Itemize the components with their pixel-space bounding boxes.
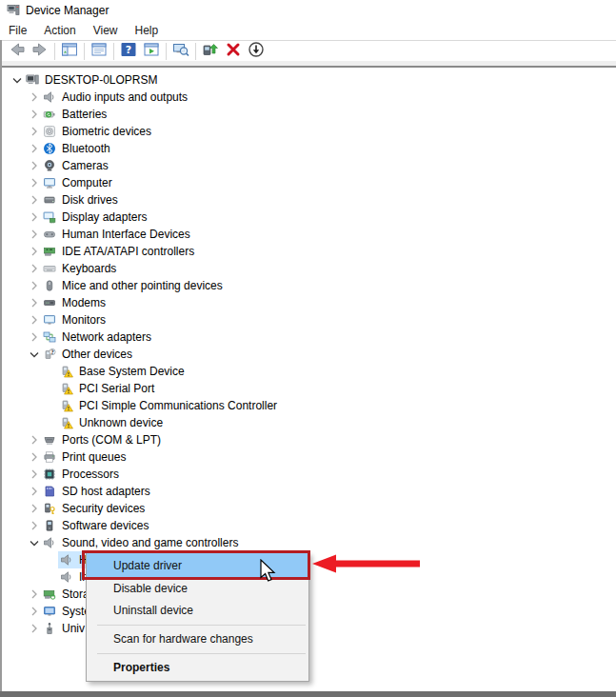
chevron-down-icon[interactable]: [26, 535, 43, 550]
chevron-right-icon[interactable]: [26, 587, 43, 602]
tree-item-label: Security devices: [62, 502, 145, 515]
chevron-right-icon[interactable]: [26, 295, 43, 310]
tree-item-print-queues[interactable]: Print queues: [2, 448, 616, 466]
tree-item-modems[interactable]: Modems: [2, 294, 616, 311]
tree-item-batteries[interactable]: Batteries: [2, 106, 616, 123]
tree-item-keyboards[interactable]: Keyboards: [2, 260, 616, 277]
chevron-right-icon[interactable]: [26, 501, 43, 516]
chevron-right-icon[interactable]: [26, 467, 43, 482]
chevron-right-icon[interactable]: [26, 278, 43, 293]
speaker-icon: [43, 536, 58, 549]
chevron-right-icon[interactable]: [26, 604, 43, 619]
chevron-right-icon[interactable]: [26, 621, 43, 636]
tree-item-sound-video-and-game-controllers[interactable]: Sound, video and game controllers: [2, 534, 616, 551]
tree-item-unknown-device[interactable]: Unknown device: [2, 414, 616, 431]
speaker-icon: [43, 90, 58, 104]
warning-device-icon: [60, 365, 75, 378]
scan-for-hardware-changes-button[interactable]: [169, 42, 192, 61]
title-bar: Device Manager: [0, 0, 616, 20]
uninstall-device-button[interactable]: [222, 42, 245, 61]
tree-item-ports-com-lpt[interactable]: Ports (COM & LPT): [2, 431, 616, 448]
tree-item-label: PCI Serial Port: [79, 382, 154, 395]
chevron-right-icon[interactable]: [26, 484, 43, 499]
tree-item-mice-and-other-pointing-devices[interactable]: Mice and other pointing devices: [2, 277, 616, 294]
tree-item-label: Bluetooth: [62, 142, 110, 155]
context-menu-item-properties[interactable]: Properties: [87, 657, 308, 679]
tree-item-software-devices[interactable]: Software devices: [2, 517, 616, 534]
keyboard-icon: [43, 262, 58, 275]
tree-item-label: Keyboards: [62, 262, 116, 275]
toolbar-separator: [113, 43, 114, 60]
chevron-right-icon[interactable]: [26, 261, 43, 276]
update-driver-button[interactable]: [199, 42, 222, 61]
usb-icon: [43, 622, 58, 635]
tree-item-network-adapters[interactable]: Network adapters: [2, 329, 616, 346]
tree-item-sd-host-adapters[interactable]: SD host adapters: [2, 483, 616, 500]
chevron-right-icon[interactable]: [26, 449, 43, 465]
chevron-right-icon[interactable]: [26, 312, 43, 328]
tree-item-cameras[interactable]: Cameras: [2, 157, 616, 174]
show-console-tree-button[interactable]: [58, 42, 81, 61]
tree-item-label: Print queues: [62, 450, 126, 464]
tree-item-label: PCI Simple Communications Controller: [79, 399, 277, 412]
security-icon: [43, 502, 58, 515]
tree-item-processors[interactable]: Processors: [2, 466, 616, 483]
chevron-right-icon[interactable]: [26, 175, 43, 190]
tree-item-label: Audio inputs and outputs: [62, 90, 188, 104]
toolbar-separator: [84, 43, 85, 60]
speaker-icon: [60, 553, 75, 567]
chevron-right-icon[interactable]: [26, 90, 43, 105]
chevron-right-icon[interactable]: [26, 124, 43, 139]
chevron-right-icon[interactable]: [26, 158, 43, 173]
chevron-spacer: [43, 381, 60, 396]
update-driver-icon: [202, 41, 219, 61]
chevron-right-icon[interactable]: [26, 227, 43, 242]
tree-item-ide-ata-atapi-controllers[interactable]: IDE ATA/ATAPI controllers: [2, 243, 616, 260]
help-button[interactable]: ?: [117, 42, 140, 61]
tree-item-computer[interactable]: Computer: [2, 174, 616, 191]
tree-item-base-system-device[interactable]: Base System Device: [2, 363, 616, 380]
context-menu-item-update-driver[interactable]: Update driver: [87, 553, 308, 578]
tree-item-label: Computer: [62, 176, 112, 189]
disable-device-button[interactable]: [245, 42, 268, 61]
menu-help[interactable]: Help: [127, 22, 168, 39]
tree-item-label: Mice and other pointing devices: [62, 279, 223, 292]
tree-item-security-devices[interactable]: Security devices: [2, 500, 616, 517]
menu-view[interactable]: View: [85, 22, 127, 39]
context-menu-item-uninstall-device[interactable]: Uninstall device: [87, 600, 308, 622]
chevron-right-icon[interactable]: [26, 432, 43, 448]
tree-item-display-adapters[interactable]: Display adapters: [2, 209, 616, 226]
chevron-down-icon[interactable]: [9, 72, 26, 88]
chevron-right-icon[interactable]: [26, 244, 43, 259]
forward-button[interactable]: [29, 42, 51, 61]
properties-window-button[interactable]: [88, 42, 110, 61]
chevron-right-icon[interactable]: [26, 329, 43, 345]
chevron-right-icon[interactable]: [26, 141, 43, 156]
tree-item-pci-simple-communications-controller[interactable]: PCI Simple Communications Controller: [2, 397, 616, 414]
tree-item-disk-drives[interactable]: Disk drives: [2, 191, 616, 209]
software-icon: [43, 519, 58, 532]
tree-item-label: Software devices: [62, 519, 149, 532]
back-arrow-icon: [9, 41, 26, 61]
chevron-right-icon[interactable]: [26, 192, 43, 208]
chevron-right-icon[interactable]: [26, 518, 43, 533]
back-button[interactable]: [6, 42, 29, 61]
tree-item-other-devices[interactable]: ?Other devices: [2, 346, 616, 363]
chevron-right-icon[interactable]: [26, 107, 43, 122]
tree-item-pci-serial-port[interactable]: PCI Serial Port: [2, 380, 616, 397]
tree-item-biometric-devices[interactable]: Biometric devices: [2, 123, 616, 140]
tree-item-desktop-0loprsm[interactable]: DESKTOP-0LOPRSM: [2, 71, 616, 89]
menu-file[interactable]: File: [0, 22, 35, 39]
menu-action[interactable]: Action: [35, 22, 84, 39]
chevron-down-icon[interactable]: [26, 347, 43, 362]
tree-item-bluetooth[interactable]: Bluetooth: [2, 140, 616, 157]
mouse-icon: [43, 279, 58, 292]
chevron-right-icon[interactable]: [26, 209, 43, 225]
action-pane-button[interactable]: [140, 42, 163, 61]
context-menu-item-disable-device[interactable]: Disable device: [87, 578, 308, 600]
tree-item-monitors[interactable]: Monitors: [2, 311, 616, 329]
tree-item-audio-inputs-and-outputs[interactable]: Audio inputs and outputs: [2, 89, 616, 106]
context-menu-item-scan-for-hardware-changes[interactable]: Scan for hardware changes: [87, 628, 308, 650]
tree-item-human-interface-devices[interactable]: Human Interface Devices: [2, 226, 616, 243]
forward-arrow-icon: [31, 41, 49, 61]
